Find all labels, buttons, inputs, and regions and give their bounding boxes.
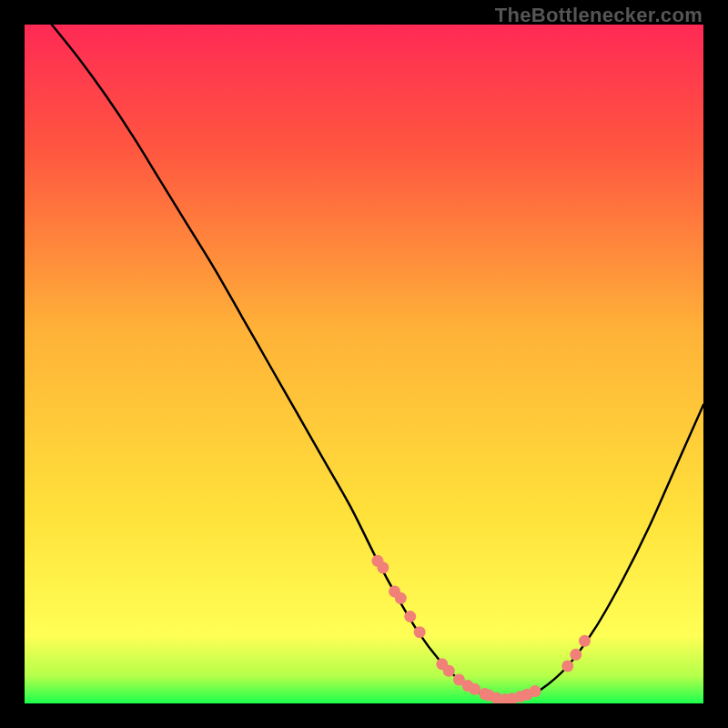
- data-marker: [570, 649, 581, 661]
- data-marker: [469, 683, 480, 695]
- data-marker: [404, 611, 416, 622]
- data-marker: [579, 635, 591, 647]
- data-marker: [377, 561, 389, 573]
- chart-frame: [25, 25, 703, 703]
- data-marker: [395, 592, 407, 604]
- data-marker: [561, 660, 573, 672]
- data-marker: [414, 626, 426, 638]
- data-marker: [443, 665, 455, 677]
- chart-svg: [25, 25, 703, 703]
- data-marker: [529, 685, 541, 697]
